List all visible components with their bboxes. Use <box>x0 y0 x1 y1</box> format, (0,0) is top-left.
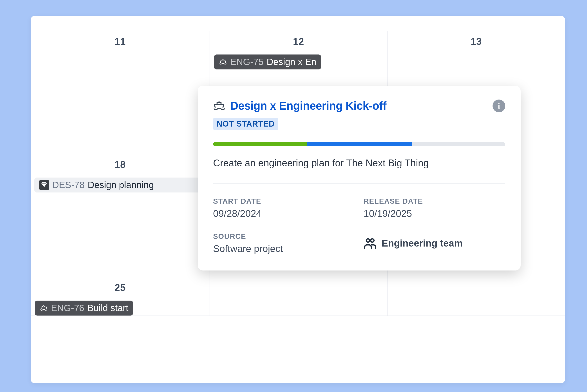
day-cell-18[interactable]: 18 DES-78 Design planning <box>31 154 210 277</box>
event-title: Design planning <box>88 180 154 190</box>
day-cell[interactable] <box>210 277 388 316</box>
day-number: 12 <box>210 36 387 47</box>
day-cell-11[interactable]: 11 <box>31 31 210 154</box>
team-name: Engineering team <box>382 238 463 249</box>
divider <box>213 184 505 184</box>
ship-icon <box>39 304 48 312</box>
release-date-label: RELEASE DATE <box>364 197 505 206</box>
day-number: 18 <box>31 159 210 170</box>
ship-icon <box>219 58 227 66</box>
day-number: 13 <box>388 36 565 47</box>
progress-bar <box>213 142 505 146</box>
source-value: Software project <box>213 243 355 254</box>
status-badge: NOT STARTED <box>213 118 278 130</box>
start-date-block: START DATE 09/28/2024 <box>213 197 355 219</box>
event-title: Build start <box>87 303 128 313</box>
day-cell[interactable] <box>388 277 565 316</box>
event-des-78[interactable]: DES-78 Design planning <box>34 178 206 192</box>
event-eng-75[interactable]: ENG-75 Design x En <box>214 54 321 70</box>
day-number: 25 <box>31 282 210 293</box>
event-key: DES-78 <box>52 180 84 190</box>
start-date-label: START DATE <box>213 197 355 206</box>
progress-done-segment <box>213 142 307 146</box>
event-eng-76[interactable]: ENG-76 Build start <box>35 300 133 316</box>
event-key: ENG-75 <box>230 57 264 67</box>
event-key: ENG-76 <box>51 303 84 313</box>
calendar-header <box>31 16 565 31</box>
day-cell-25[interactable]: 25 ENG-76 Build start <box>31 277 210 316</box>
team-icon <box>364 237 377 250</box>
event-title: Design x En <box>267 57 316 67</box>
release-date-value: 10/19/2025 <box>364 208 505 219</box>
release-date-block: RELEASE DATE 10/19/2025 <box>364 197 505 219</box>
team-block[interactable]: Engineering team <box>364 232 505 254</box>
popover-title[interactable]: Design x Engineering Kick-off <box>230 99 386 112</box>
diamond-icon <box>39 180 49 190</box>
svg-point-1 <box>371 239 374 242</box>
progress-inprogress-segment <box>307 142 412 146</box>
popover-description: Create an engineering plan for The Next … <box>213 158 505 168</box>
ship-icon <box>213 100 225 112</box>
day-number: 11 <box>31 36 210 47</box>
info-icon[interactable]: i <box>493 100 505 112</box>
start-date-value: 09/28/2024 <box>213 208 355 219</box>
event-popover: Design x Engineering Kick-off i NOT STAR… <box>198 86 521 270</box>
source-label: SOURCE <box>213 232 355 240</box>
popover-header: Design x Engineering Kick-off i <box>213 99 505 112</box>
svg-point-0 <box>366 239 370 242</box>
popover-details: START DATE 09/28/2024 RELEASE DATE 10/19… <box>213 197 505 254</box>
source-block: SOURCE Software project <box>213 232 355 254</box>
